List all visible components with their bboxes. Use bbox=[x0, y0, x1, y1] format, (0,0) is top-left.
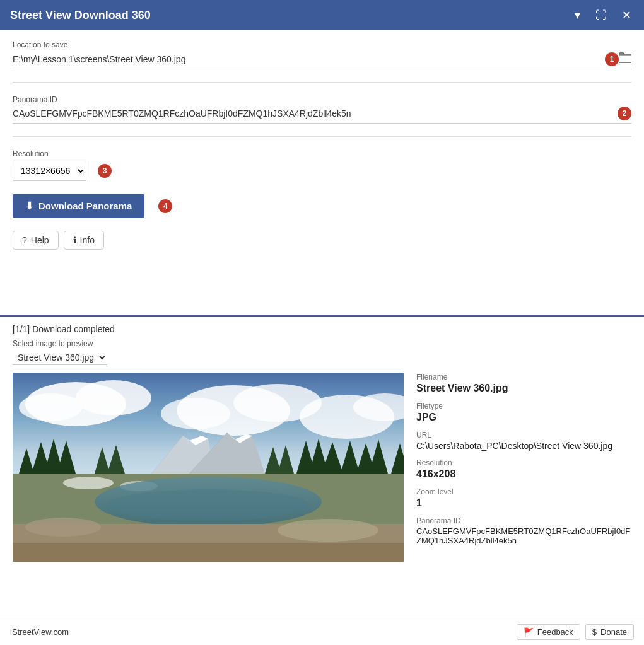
info-icon: ℹ bbox=[73, 235, 76, 245]
image-select-row: Street View 360.jpg bbox=[13, 351, 631, 365]
panorama-id-row: 2 bbox=[13, 107, 631, 124]
zoom-value: 1 bbox=[416, 497, 631, 509]
help-btn-label: Help bbox=[31, 235, 49, 245]
title-bar: Street View Download 360 ▾ ⛶ ✕ bbox=[0, 0, 644, 30]
svg-point-4 bbox=[19, 393, 82, 421]
svg-point-3 bbox=[76, 380, 151, 415]
resolution-select[interactable]: 13312×6656 6656×3328 3328×1664 1664×832 bbox=[13, 161, 86, 181]
info-filename: Filename Street View 360.jpg bbox=[416, 373, 631, 394]
maximize-button[interactable]: ⛶ bbox=[593, 7, 609, 23]
resolution-badge: 3 bbox=[98, 164, 112, 178]
resolution-field-group: Resolution 13312×6656 6656×3328 3328×166… bbox=[13, 149, 631, 181]
donate-label: Donate bbox=[600, 627, 627, 637]
info-panorama-id: Panorama ID CAoSLEFGMVFpcFBKME5RT0ZMQ1RF… bbox=[416, 516, 631, 545]
svg-point-7 bbox=[161, 398, 230, 429]
svg-point-32 bbox=[63, 477, 114, 489]
preview-image-container bbox=[13, 373, 404, 562]
resolution-row: 13312×6656 6656×3328 3328×1664 1664×832 … bbox=[13, 161, 631, 181]
filename-value: Street View 360.jpg bbox=[416, 383, 631, 394]
image-select[interactable]: Street View 360.jpg bbox=[13, 351, 107, 365]
footer: iStreetView.com 🚩 Feedback $ Donate bbox=[0, 619, 644, 645]
info-resolution: Resolution 416x208 bbox=[416, 458, 631, 480]
location-badge: 1 bbox=[605, 52, 619, 66]
filetype-value: JPG bbox=[416, 412, 631, 423]
panorama-id-badge: 2 bbox=[618, 107, 631, 120]
feedback-button[interactable]: 🚩 Feedback bbox=[517, 624, 580, 640]
panorama-id-info-value: CAoSLEFGMVFpcFBKME5RT0ZMQ1RFczhOaUFRbjI0… bbox=[416, 526, 631, 545]
panorama-id-info-label: Panorama ID bbox=[416, 516, 631, 525]
download-panorama-button[interactable]: ⬇ Download Panorama bbox=[13, 194, 144, 218]
panorama-id-label: Panorama ID bbox=[13, 95, 631, 104]
feedback-label: Feedback bbox=[537, 627, 573, 637]
donate-button[interactable]: $ Donate bbox=[585, 624, 634, 640]
preview-section: Select image to preview Street View 360.… bbox=[0, 339, 644, 619]
resolution-label: Resolution bbox=[13, 149, 631, 158]
resolution-info-value: 416x208 bbox=[416, 468, 631, 480]
location-label: Location to save bbox=[13, 40, 631, 49]
info-btn-label: Info bbox=[80, 235, 95, 245]
footer-buttons: 🚩 Feedback $ Donate bbox=[517, 624, 634, 640]
status-text: [1/1] Download completed bbox=[0, 317, 644, 339]
panorama-image bbox=[13, 373, 404, 562]
download-btn-row: ⬇ Download Panorama 4 bbox=[13, 194, 631, 218]
select-image-label: Select image to preview bbox=[13, 339, 631, 348]
resolution-info-label: Resolution bbox=[416, 458, 631, 467]
svg-point-35 bbox=[107, 489, 309, 521]
info-filetype: Filetype JPG bbox=[416, 402, 631, 423]
panorama-id-input[interactable] bbox=[13, 108, 611, 119]
zoom-label: Zoom level bbox=[416, 487, 631, 496]
feedback-icon: 🚩 bbox=[524, 627, 534, 637]
window-controls: ▾ ⛶ ✕ bbox=[572, 7, 634, 23]
info-url: URL C:\Users\Rabota_PC\Desktop\Street Vi… bbox=[416, 431, 631, 451]
divider-2 bbox=[13, 136, 631, 137]
svg-point-38 bbox=[278, 519, 378, 542]
download-badge: 4 bbox=[158, 199, 172, 213]
divider-1 bbox=[13, 82, 631, 83]
info-zoom: Zoom level 1 bbox=[416, 487, 631, 509]
url-label: URL bbox=[416, 431, 631, 439]
help-icon: ? bbox=[22, 235, 27, 245]
panorama-id-field-group: Panorama ID 2 bbox=[13, 95, 631, 124]
action-btns-row: ? Help ℹ Info bbox=[13, 231, 631, 250]
filetype-label: Filetype bbox=[416, 402, 631, 410]
brand-label: iStreetView.com bbox=[10, 627, 517, 637]
location-row: 1 bbox=[13, 52, 631, 69]
download-btn-label: Download Panorama bbox=[38, 200, 132, 211]
chevron-down-button[interactable]: ▾ bbox=[572, 7, 583, 23]
main-content: Location to save 1 Panorama ID 2 bbox=[0, 30, 644, 307]
url-value: C:\Users\Rabota_PC\Desktop\Street View 3… bbox=[416, 441, 631, 451]
preview-info-row: Filename Street View 360.jpg Filetype JP… bbox=[13, 373, 631, 562]
info-panel: Filename Street View 360.jpg Filetype JP… bbox=[416, 373, 631, 545]
app-title: Street View Download 360 bbox=[10, 9, 572, 22]
location-input[interactable] bbox=[13, 54, 599, 64]
filename-label: Filename bbox=[416, 373, 631, 381]
svg-rect-39 bbox=[13, 543, 404, 562]
close-button[interactable]: ✕ bbox=[619, 7, 634, 23]
donate-icon: $ bbox=[592, 627, 597, 637]
folder-button[interactable] bbox=[619, 52, 631, 66]
form-section: Location to save 1 Panorama ID 2 bbox=[13, 40, 631, 250]
location-field-group: Location to save 1 bbox=[13, 40, 631, 69]
download-icon: ⬇ bbox=[25, 200, 33, 212]
info-button[interactable]: ℹ Info bbox=[64, 231, 104, 250]
help-button[interactable]: ? Help bbox=[13, 231, 59, 250]
svg-point-37 bbox=[25, 518, 101, 537]
